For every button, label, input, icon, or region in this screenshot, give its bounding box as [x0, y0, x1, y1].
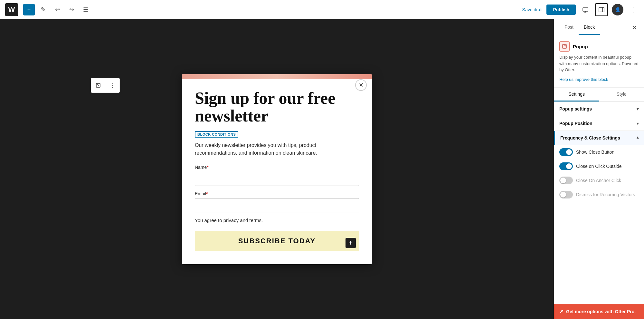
email-input[interactable] — [195, 198, 359, 212]
tab-style[interactable]: Style — [599, 88, 644, 102]
close-on-click-outside-row: Close on Click Outside — [554, 159, 644, 173]
main-content: ⋮ Sign up for our free newsletter BLOCK … — [0, 19, 644, 319]
sidebar-header: Post Block ✕ — [554, 19, 644, 36]
svg-line-6 — [97, 84, 99, 86]
popup-description: Our weekly newsletter provides you with … — [195, 141, 359, 157]
close-on-anchor-click-toggle[interactable] — [559, 177, 573, 184]
sidebar-close-button[interactable]: ✕ — [630, 23, 639, 32]
email-label: Email* — [195, 191, 359, 196]
expand-icon — [96, 83, 101, 88]
svg-rect-7 — [563, 44, 566, 48]
toolbar-right: Save draft Publish 👤 ⋮ — [522, 3, 639, 16]
freq-close-chevron: ▾ — [637, 135, 639, 140]
privacy-text: You agree to privacy and terms. — [195, 218, 359, 223]
close-on-anchor-click-label: Close On Anchor Click — [576, 178, 639, 183]
view-button[interactable] — [580, 4, 591, 15]
plugin-info-section: Popup Display your content in beautiful … — [554, 36, 644, 88]
main-toolbar: W + ✎ ↩ ↪ ☰ Save draft Publish 👤 ⋮ — [0, 0, 644, 19]
block-toolbar: ⋮ — [91, 78, 120, 93]
popup-position-accordion[interactable]: Popup Position ▾ — [554, 116, 644, 130]
show-close-button-row: Show Close Button — [554, 145, 644, 159]
block-sidebar: Post Block ✕ Popup Display your content … — [554, 19, 644, 319]
help-link[interactable]: Help us improve this block — [559, 77, 608, 82]
list-view-button[interactable]: ☰ — [80, 4, 91, 15]
popup-settings-section: Popup settings ▾ — [554, 102, 644, 116]
plugin-title: Popup — [573, 44, 588, 49]
name-input[interactable] — [195, 172, 359, 186]
toolbar-left: W + ✎ ↩ ↪ ☰ — [5, 3, 91, 16]
otter-pro-icon: ↗ — [559, 308, 564, 314]
block-expand-button[interactable] — [91, 78, 105, 92]
dismiss-recurring-label: Dismiss for Recurring Visitors — [576, 192, 639, 197]
tab-post[interactable]: Post — [559, 20, 579, 35]
svg-rect-3 — [599, 7, 604, 12]
dismiss-recurring-toggle[interactable] — [559, 191, 573, 198]
plugin-info-header: Popup — [559, 41, 639, 52]
popup-icon-svg — [562, 44, 567, 49]
block-conditions-badge[interactable]: BLOCK CONDITIONS — [195, 131, 238, 138]
tools-button[interactable]: ✎ — [37, 4, 49, 15]
subscribe-plus-icon: + — [346, 238, 356, 248]
save-draft-button[interactable]: Save draft — [522, 7, 543, 12]
freq-close-section: Frequency & Close Settings ▾ Show Close … — [554, 131, 644, 202]
freq-close-title: Frequency & Close Settings — [560, 135, 620, 140]
settings-style-tabs: Settings Style — [554, 88, 644, 102]
sidebar-tabs: Post Block — [559, 20, 600, 35]
svg-rect-0 — [583, 8, 588, 11]
popup-title: Sign up for our free newsletter — [195, 90, 359, 125]
name-label: Name* — [195, 165, 359, 170]
monitor-icon — [582, 6, 589, 13]
plugin-description: Display your content in beautiful popup … — [559, 54, 639, 73]
wordpress-logo[interactable]: W — [5, 3, 18, 16]
tab-settings[interactable]: Settings — [554, 88, 599, 102]
popup-block: Sign up for our free newsletter BLOCK CO… — [182, 74, 372, 264]
freq-close-accordion[interactable]: Frequency & Close Settings ▾ — [554, 131, 644, 145]
popup-content: Sign up for our free newsletter BLOCK CO… — [182, 79, 372, 264]
popup-position-title: Popup Position — [559, 121, 592, 126]
more-options-button[interactable]: ⋮ — [627, 4, 639, 15]
sidebar-toggle-button[interactable] — [595, 3, 608, 16]
popup-position-section: Popup Position ▾ — [554, 116, 644, 131]
user-avatar[interactable]: 👤 — [612, 4, 623, 15]
popup-top-bar — [182, 74, 372, 79]
dismiss-recurring-row: Dismiss for Recurring Visitors — [554, 188, 644, 202]
sidebar-icon — [599, 7, 604, 12]
block-more-button[interactable]: ⋮ — [105, 78, 119, 92]
publish-button[interactable]: Publish — [546, 5, 576, 15]
undo-button[interactable]: ↩ — [52, 4, 63, 15]
popup-plugin-icon — [559, 41, 570, 52]
popup-settings-chevron: ▾ — [637, 106, 639, 111]
subscribe-button[interactable]: SUBSCRIBE TODAY + — [195, 231, 359, 251]
otter-pro-label: Get more options with Otter Pro. — [566, 309, 636, 314]
otter-pro-cta-button[interactable]: ↗ Get more options with Otter Pro. — [554, 304, 644, 319]
popup-position-chevron: ▾ — [637, 121, 639, 126]
editor-canvas: ⋮ Sign up for our free newsletter BLOCK … — [0, 19, 554, 319]
popup-close-button[interactable]: ✕ — [355, 79, 367, 91]
tab-block[interactable]: Block — [579, 20, 600, 35]
close-on-anchor-click-row: Close On Anchor Click — [554, 173, 644, 188]
close-on-click-outside-label: Close on Click Outside — [576, 164, 639, 169]
redo-button[interactable]: ↪ — [66, 4, 77, 15]
close-on-click-outside-toggle[interactable] — [559, 162, 573, 170]
show-close-button-toggle[interactable] — [559, 148, 573, 156]
add-block-button[interactable]: + — [23, 4, 35, 15]
popup-settings-accordion[interactable]: Popup settings ▾ — [554, 102, 644, 116]
show-close-button-label: Show Close Button — [576, 150, 639, 155]
popup-settings-title: Popup settings — [559, 106, 592, 111]
